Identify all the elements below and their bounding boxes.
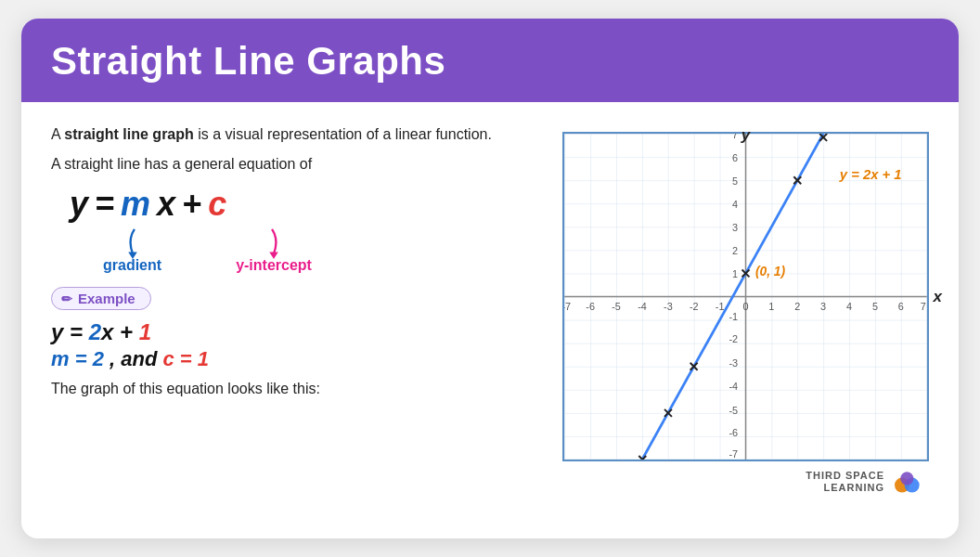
svg-text:0: 0: [742, 301, 748, 312]
ex-x: x: [101, 319, 113, 344]
example-equation: y = 2x + 1: [51, 319, 511, 345]
ex-m2: 2: [89, 319, 101, 344]
svg-text:-1: -1: [729, 311, 738, 322]
general-eq-intro: A straight line has a general equation o…: [51, 152, 511, 176]
page-title: Straight Line Graphs: [51, 39, 929, 84]
svg-text:3: 3: [732, 222, 738, 233]
svg-text:-2: -2: [729, 333, 738, 344]
ex-y: y: [51, 319, 63, 344]
svg-text:-4: -4: [638, 301, 647, 312]
eq-plus: +: [182, 185, 202, 224]
svg-text:7: 7: [732, 132, 738, 140]
annotations-row: gradient y-intercept: [84, 226, 511, 274]
eq-c: c: [208, 185, 227, 224]
intercept-label: (0, 1): [755, 264, 786, 278]
bold-term: straight line graph: [64, 126, 194, 142]
svg-text:3: 3: [820, 301, 826, 312]
svg-text:-3: -3: [729, 357, 738, 369]
y-axis-label: y: [741, 126, 750, 145]
eq-equals: =: [95, 185, 115, 224]
gradient-label: gradient: [103, 257, 161, 274]
svg-text:1: 1: [732, 268, 738, 279]
svg-text:5: 5: [732, 175, 738, 187]
svg-text:2: 2: [794, 301, 800, 312]
eq-y: y: [70, 185, 89, 224]
graph-wrapper: y: [562, 132, 929, 461]
detail-m: m = 2: [51, 347, 104, 370]
eq-x: x: [157, 185, 176, 224]
svg-text:-4: -4: [729, 381, 738, 392]
intro-line1: A straight line graph is a visual repres…: [51, 123, 511, 147]
header-section: Straight Line Graphs: [21, 19, 959, 102]
logo-icon: [892, 467, 927, 497]
gradient-arrow-icon: [118, 226, 148, 261]
main-card: Straight Line Graphs A straight line gra…: [21, 19, 959, 538]
svg-text:-6: -6: [729, 427, 738, 438]
bottom-text: The graph of this equation looks like th…: [51, 381, 511, 397]
svg-text:7: 7: [921, 301, 926, 312]
graph-equation-label: y = 2x + 1: [839, 167, 902, 182]
svg-text:-2: -2: [690, 301, 699, 312]
svg-text:-1: -1: [716, 301, 725, 312]
logo-row: THIRD SPACE LEARNING: [806, 467, 929, 497]
svg-text:2: 2: [732, 245, 738, 256]
annotation-gradient: gradient: [103, 226, 161, 274]
coordinate-graph: 0 -1 -2 -3 -4 -5 -6 -7 1 2 3 4 5 6 7: [562, 132, 929, 461]
svg-text:-7: -7: [562, 301, 571, 312]
svg-text:4: 4: [846, 301, 852, 312]
logo-text: THIRD SPACE LEARNING: [806, 470, 884, 494]
detail-and: , and: [104, 347, 163, 370]
ex-c2: 1: [139, 319, 151, 344]
x-axis-label: x: [934, 288, 942, 306]
pencil-icon: ✏: [61, 291, 72, 306]
svg-text:6: 6: [898, 301, 904, 312]
left-panel: A straight line graph is a visual repres…: [51, 123, 511, 397]
right-panel: y: [530, 123, 929, 497]
detail-c: c = 1: [162, 347, 209, 370]
example-detail: m = 2 , and c = 1: [51, 347, 511, 371]
svg-point-50: [900, 472, 913, 485]
svg-text:-6: -6: [586, 301, 595, 312]
svg-text:-7: -7: [729, 448, 738, 460]
content-area: A straight line graph is a visual repres…: [21, 102, 959, 512]
svg-text:-5: -5: [729, 405, 738, 416]
annotation-yintercept: y-intercept: [236, 226, 312, 274]
general-equation: y = m x + c: [70, 185, 511, 224]
svg-text:6: 6: [732, 152, 738, 163]
yintercept-arrow-icon: [259, 226, 289, 261]
example-badge: ✏ Example: [51, 287, 151, 310]
eq-m: m: [121, 185, 151, 224]
svg-text:4: 4: [732, 199, 738, 210]
svg-text:-5: -5: [612, 301, 621, 312]
svg-text:5: 5: [872, 301, 878, 312]
svg-text:1: 1: [768, 301, 774, 312]
example-badge-label: Example: [78, 291, 135, 306]
yintercept-label: y-intercept: [236, 257, 312, 274]
svg-text:-3: -3: [664, 301, 673, 312]
